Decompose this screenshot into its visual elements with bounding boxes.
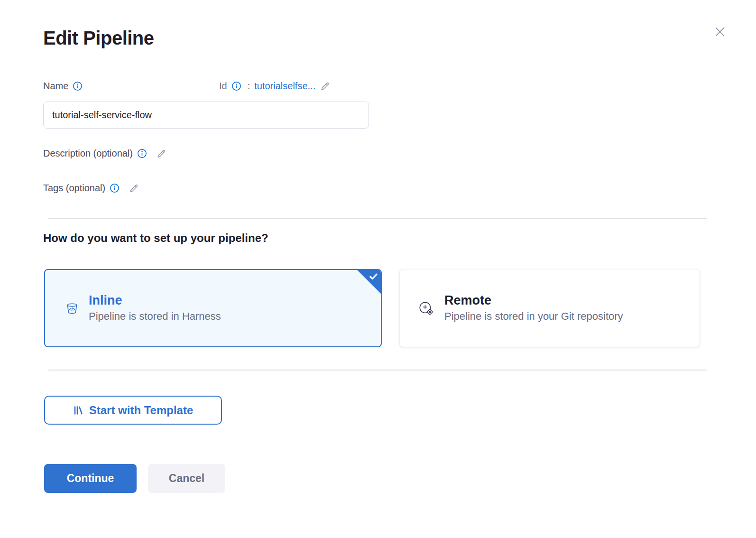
close-icon (713, 25, 727, 39)
name-label: Name (43, 81, 68, 92)
tags-label: Tags (optional) (43, 183, 105, 194)
edit-pencil-icon[interactable] (156, 148, 167, 159)
info-icon[interactable] (137, 148, 147, 158)
id-colon: : (248, 81, 250, 92)
pipeline-name-input[interactable] (43, 102, 369, 129)
id-label: Id (219, 81, 227, 92)
pipeline-id-value[interactable]: tutorialselfse... (254, 81, 315, 92)
option-title: Inline (89, 294, 221, 308)
page-title: Edit Pipeline (43, 28, 154, 49)
continue-button[interactable]: Continue (44, 464, 137, 493)
check-icon (369, 273, 378, 280)
inline-bucket-icon: </> (65, 301, 79, 315)
option-title: Remote (444, 294, 623, 308)
option-card-inline[interactable]: </> Inline Pipeline is stored in Harness (44, 269, 382, 347)
svg-text:</>: </> (69, 307, 75, 312)
name-label-row: Name (43, 81, 83, 92)
info-icon[interactable] (73, 81, 83, 91)
pipeline-id-row: Id : tutorialselfse... (219, 81, 331, 92)
setup-question: How do you want to set up your pipeline? (43, 232, 268, 245)
divider (48, 218, 707, 219)
template-library-icon (73, 405, 83, 416)
start-with-template-button[interactable]: Start with Template (44, 396, 222, 425)
tags-row: Tags (optional) (43, 183, 139, 194)
option-card-remote[interactable]: Remote Pipeline is stored in your Git re… (399, 269, 700, 347)
option-subtitle: Pipeline is stored in Harness (89, 310, 221, 323)
description-label: Description (optional) (43, 148, 133, 159)
remote-git-icon (418, 300, 435, 317)
cancel-button[interactable]: Cancel (148, 464, 225, 493)
info-icon[interactable] (231, 81, 241, 91)
edit-pencil-icon[interactable] (129, 183, 139, 194)
close-button[interactable] (711, 23, 729, 41)
option-subtitle: Pipeline is stored in your Git repositor… (444, 310, 623, 323)
divider (48, 370, 707, 371)
info-icon[interactable] (110, 183, 120, 193)
start-with-template-label: Start with Template (89, 404, 194, 417)
edit-pencil-icon[interactable] (320, 81, 331, 92)
description-row: Description (optional) (43, 148, 167, 159)
edit-pipeline-dialog: Edit Pipeline Name Id : tutorialselfse..… (0, 0, 756, 538)
